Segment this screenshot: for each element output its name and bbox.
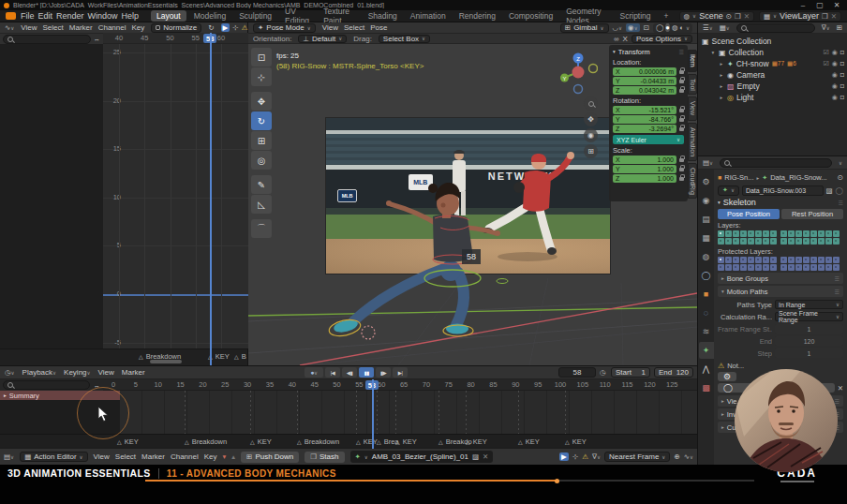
zoom-icon[interactable]	[584, 96, 598, 111]
properties-tab-world[interactable]: ◯	[699, 267, 714, 284]
transform-panel-title[interactable]: Transform	[618, 48, 650, 56]
timeline-menu-playback[interactable]: Playback∨	[22, 368, 57, 377]
end-frame-field[interactable]: End120	[654, 367, 693, 378]
normalize-toggle[interactable]: Normalize	[151, 23, 201, 33]
viewport-canvas[interactable]: NETWORK MLB MLB	[248, 44, 697, 365]
pin-icon[interactable]: ⊙	[726, 12, 732, 21]
close-button[interactable]: ✕	[830, 1, 843, 9]
proportional-edit-icon[interactable]: ◉∨	[626, 23, 640, 32]
hide-render-icon[interactable]: ◘	[840, 60, 844, 67]
timeline-marker[interactable]: △KEY	[466, 437, 487, 446]
layer-toggle[interactable]	[763, 257, 769, 263]
action-menu-select[interactable]: Select	[115, 452, 136, 461]
timeline-marker[interactable]: △KEY	[565, 437, 587, 446]
workspace-tab-scripting[interactable]: Scripting	[615, 10, 657, 22]
properties-search-input[interactable]	[720, 158, 832, 168]
transform-field-x[interactable]: X0.000006 m	[613, 67, 676, 76]
hide-viewport-icon[interactable]: ◉	[832, 60, 838, 67]
disclosure-icon[interactable]: ▸	[719, 83, 724, 89]
graph-menu-select[interactable]: Select	[43, 23, 64, 32]
timeline-menu-keying[interactable]: Keying∨	[64, 368, 91, 377]
menubar-menu-help[interactable]: Help	[122, 11, 140, 21]
jump-start-button[interactable]: |◀	[325, 367, 340, 378]
layer-toggle[interactable]	[788, 264, 795, 271]
layer-toggle[interactable]	[780, 257, 787, 263]
bone-groups-panel[interactable]: ▸Bone Groups☰	[718, 273, 843, 284]
snap-mode-dropdown[interactable]: Nearest Frame∨	[604, 452, 670, 462]
blender-logo-icon[interactable]	[6, 12, 16, 20]
layer-toggle[interactable]	[748, 238, 754, 245]
fake-user-icon[interactable]: ▨	[826, 186, 833, 195]
layer-toggle[interactable]	[833, 257, 840, 263]
breadcrumb-object[interactable]: RIG-Sn...	[724, 173, 753, 182]
properties-tab-view-layer[interactable]: ▦	[699, 230, 714, 246]
timeline-playhead[interactable]	[372, 379, 374, 449]
layer-toggle[interactable]	[788, 238, 795, 245]
workspace-tab-sculpting[interactable]: Sculpting	[233, 10, 277, 22]
number-field-step[interactable]: 1	[775, 348, 843, 358]
layer-toggle[interactable]	[788, 230, 795, 237]
tool-scale[interactable]: ⊞	[251, 131, 272, 150]
outliner-search-input[interactable]	[736, 23, 815, 33]
action-menu-view[interactable]: View	[94, 452, 110, 461]
display-mode-icon[interactable]: ▦∨	[720, 23, 730, 32]
lock-icon[interactable]	[679, 109, 684, 112]
graph-ruler[interactable]: 404550556058	[103, 33, 248, 44]
rotation-mode-dropdown[interactable]: XYZ Euler∨	[613, 135, 684, 144]
layer-toggle[interactable]	[810, 230, 817, 237]
graph-menu-key[interactable]: Key	[131, 23, 144, 32]
only-errors-icon[interactable]: ⚠	[582, 452, 588, 461]
viewlayer-selector[interactable]: ▦∨ ViewLayer ❐ ✕	[759, 11, 841, 22]
wrench-icon[interactable]: ⚙	[718, 372, 736, 381]
properties-tab-constraints[interactable]: ≋	[699, 323, 714, 340]
wireframe-shading-icon[interactable]: ◯	[656, 23, 663, 32]
menubar-menu-window[interactable]: Window	[88, 11, 118, 21]
viewport-menu-view[interactable]: View	[322, 23, 338, 32]
timeline-marker[interactable]: △KEY	[395, 437, 417, 446]
properties-tab-physics[interactable]: ◌	[699, 304, 714, 321]
hide-render-icon[interactable]: ◘	[840, 94, 844, 101]
layer-toggle[interactable]	[770, 238, 777, 245]
workspace-tab-modeling[interactable]: Modeling	[188, 10, 232, 22]
properties-options-icon[interactable]: ∨	[839, 160, 842, 166]
filter-down-icon[interactable]: ▾	[223, 452, 227, 461]
layer-toggle[interactable]	[718, 257, 724, 263]
transform-field-x[interactable]: X-15.521°	[613, 106, 676, 114]
layer-toggle[interactable]	[770, 230, 777, 237]
timeline-marker[interactable]: △KEY	[518, 437, 540, 446]
solid-shading-icon[interactable]: ●	[665, 23, 670, 32]
tool-move[interactable]: ✥	[251, 92, 272, 111]
layer-toggle[interactable]	[740, 264, 747, 271]
timeline-marker[interactable]: △Breakdown	[297, 437, 339, 446]
layer-toggle[interactable]	[825, 257, 832, 263]
layer-toggle[interactable]	[788, 257, 795, 263]
next-key-button[interactable]: ▮▶	[376, 367, 391, 378]
timeline-marker[interactable]: △KEY	[250, 437, 272, 446]
menubar-menu-edit[interactable]: Edit	[38, 11, 53, 21]
layer-toggle[interactable]	[818, 230, 825, 237]
delete-viewlayer-icon[interactable]: ✕	[831, 12, 837, 21]
checkbox-icon[interactable]: ☑	[823, 60, 828, 67]
lock-icon[interactable]	[679, 89, 684, 93]
action-menu-channel[interactable]: Channel	[171, 452, 199, 461]
layer-toggle[interactable]	[755, 238, 762, 245]
start-frame-field[interactable]: Start1	[611, 367, 650, 378]
filter-icon[interactable]: ∇∨	[822, 23, 830, 32]
dopesheet-mode-dropdown[interactable]: ▦Action Editor∨	[20, 452, 87, 462]
layer-toggle[interactable]	[780, 238, 787, 245]
pose-position-button[interactable]: Pose Position	[718, 209, 780, 219]
workspace-tab-rendering[interactable]: Rendering	[453, 10, 501, 22]
breadcrumb-data[interactable]: Data_RIG-Snow...	[770, 173, 826, 182]
tool-transform[interactable]: ◎	[251, 151, 272, 170]
pause-button[interactable]: ▮▮	[359, 367, 374, 378]
tool-cursor[interactable]: ⊹	[251, 67, 272, 86]
layer-toggle[interactable]	[748, 257, 754, 263]
layer-toggle[interactable]	[725, 257, 732, 263]
transform-field-y[interactable]: Y1.000	[613, 165, 676, 173]
auto-keying-toggle[interactable]: ●∨	[305, 367, 323, 378]
timeline-marker[interactable]: △KEY	[356, 437, 378, 446]
workspace-tab-animation[interactable]: Animation	[405, 10, 452, 22]
hide-render-icon[interactable]: ◘	[840, 82, 844, 90]
lock-icon[interactable]	[679, 127, 684, 131]
graph-playhead[interactable]	[210, 33, 212, 365]
